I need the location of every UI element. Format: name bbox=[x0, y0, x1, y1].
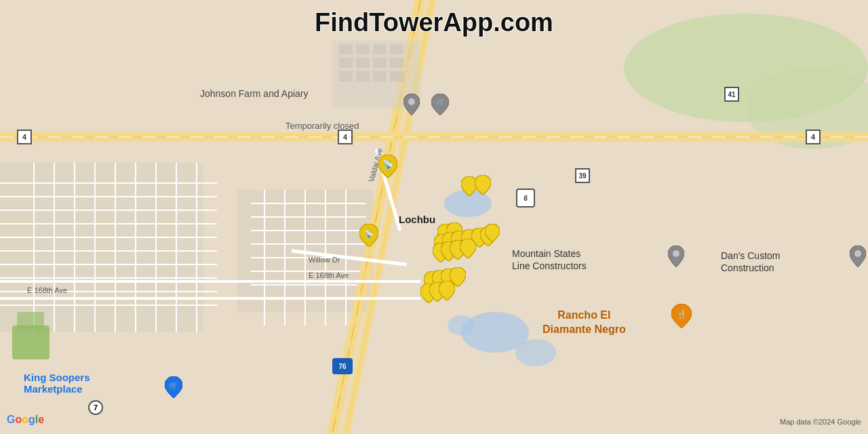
e168th-label-center: E 168th Ave bbox=[309, 271, 349, 279]
king-soopers-label: King SoopersMarketplace bbox=[24, 372, 90, 395]
route-marker-4-left: 4 bbox=[17, 130, 32, 144]
route-marker-6: 6 bbox=[516, 189, 535, 208]
route-marker-7: 7 bbox=[88, 400, 103, 415]
svg-text:📡: 📡 bbox=[382, 159, 394, 170]
svg-rect-64 bbox=[356, 71, 370, 81]
google-logo: Google bbox=[7, 414, 44, 426]
tower-pin-2: 📡 bbox=[359, 224, 378, 247]
svg-point-67 bbox=[408, 98, 415, 105]
lochbu-label: Lochbu bbox=[399, 214, 435, 225]
svg-rect-52 bbox=[12, 326, 50, 359]
svg-text:🛒: 🛒 bbox=[169, 380, 178, 390]
e168th-label-left: E 168th Ave bbox=[27, 286, 67, 294]
svg-point-70 bbox=[854, 250, 861, 257]
svg-point-50 bbox=[515, 339, 556, 366]
temp-closed-label: Temporarily closed bbox=[285, 121, 359, 131]
orange-pin-rancho: 🍴 bbox=[671, 304, 692, 328]
svg-rect-3 bbox=[0, 163, 203, 332]
route-marker-39: 39 bbox=[575, 168, 590, 183]
tower-pin-6 bbox=[475, 175, 491, 195]
svg-point-69 bbox=[673, 250, 679, 257]
svg-text:🛒: 🛒 bbox=[435, 97, 446, 107]
svg-rect-61 bbox=[373, 58, 387, 68]
svg-rect-60 bbox=[356, 58, 370, 68]
svg-text:🍴: 🍴 bbox=[676, 309, 688, 320]
map-attribution: Map data ©2024 Google bbox=[780, 418, 861, 426]
tower-pin-23 bbox=[439, 281, 455, 300]
gray-pin-mountain bbox=[668, 245, 684, 267]
svg-rect-62 bbox=[390, 58, 403, 68]
svg-rect-53 bbox=[17, 312, 44, 329]
svg-rect-57 bbox=[373, 44, 387, 54]
svg-rect-55 bbox=[339, 44, 353, 54]
svg-rect-59 bbox=[339, 58, 353, 68]
blue-pin-kingsoopers: 🛒 bbox=[165, 376, 182, 398]
svg-point-51 bbox=[448, 315, 475, 336]
interstate-marker-76: 76 bbox=[332, 358, 353, 374]
willow-dr-label: Willow Dr bbox=[309, 256, 340, 264]
svg-text:📡: 📡 bbox=[364, 229, 374, 239]
mountain-states-label: Mountain StatesLine Constructors bbox=[512, 248, 587, 272]
dans-construction-label: Dan's CustomConstruction bbox=[721, 250, 780, 274]
route-marker-4-center: 4 bbox=[338, 130, 353, 144]
svg-rect-63 bbox=[339, 71, 353, 81]
cart-pin-johnson: 🛒 bbox=[431, 94, 449, 115]
tower-pin-16 bbox=[460, 239, 476, 258]
map-title: FindTowerApp.com bbox=[315, 8, 553, 37]
svg-rect-65 bbox=[373, 71, 387, 81]
map-container: FindTowerApp.com 4 4 4 39 6 41 76 7 John… bbox=[0, 0, 868, 434]
tower-pin-24 bbox=[485, 224, 500, 242]
svg-rect-66 bbox=[390, 71, 403, 81]
route-marker-41: 41 bbox=[724, 87, 739, 102]
gray-pin-johnson bbox=[403, 94, 420, 115]
johnson-farm-label: Johnson Farm and Apiary bbox=[200, 88, 309, 99]
tower-pin-1: 📡 bbox=[378, 155, 397, 178]
gray-pin-dans bbox=[850, 245, 866, 267]
rancho-label: Rancho ElDiamante Negro bbox=[542, 309, 626, 337]
route-marker-4-right: 4 bbox=[806, 130, 821, 144]
svg-rect-58 bbox=[390, 44, 403, 54]
svg-rect-56 bbox=[356, 44, 370, 54]
